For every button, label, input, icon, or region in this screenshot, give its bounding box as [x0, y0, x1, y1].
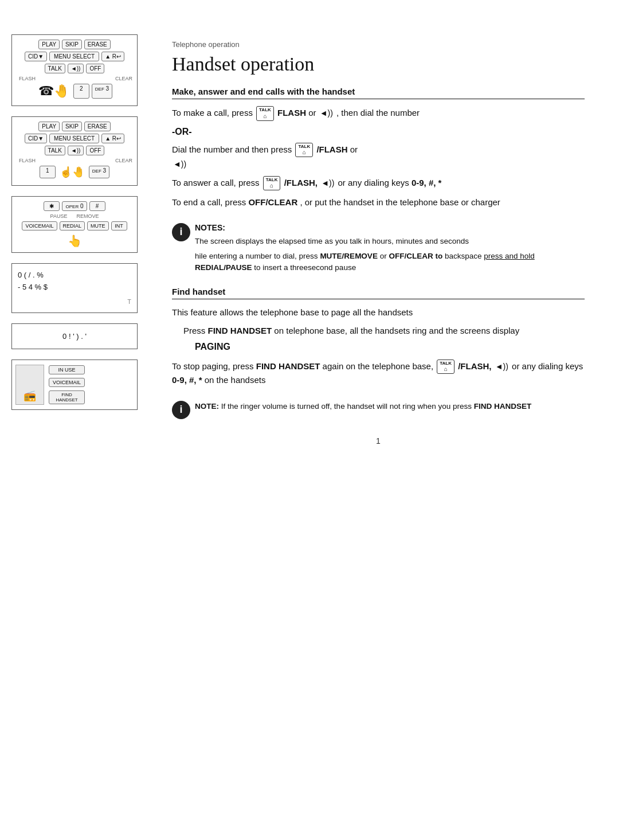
base-buttons: IN USE VOICEMAIL FINDHANDSET [49, 365, 85, 405]
in-use-btn: IN USE [49, 365, 85, 374]
para-find-press: Press FIND HANDSET on telephone base, al… [183, 325, 585, 354]
para-find-intro: This feature allows the telephone base t… [172, 306, 585, 319]
para-make-call: To make a call, press TALK ⌂ FLASH or ◄)… [172, 106, 585, 121]
cid-key-2: CID▼ [25, 134, 47, 143]
section-header-2: Find handset [172, 287, 585, 299]
mute-key: MUTE [87, 221, 109, 230]
stop-paging-post2: or any dialing keys [512, 361, 583, 370]
base-station-diagram: 📻 IN USE VOICEMAIL FINDHANDSET [11, 360, 138, 410]
note2-full: NOTE: If the ringer volume is turned off… [195, 401, 585, 412]
cid-key: CID▼ [25, 52, 47, 61]
text-box-1: 0 ( / . % - 5 4 % $ T [11, 263, 138, 313]
flash-label-inline-4: /FLASH, [458, 361, 491, 370]
speaker-key-2: ◄)) [68, 146, 84, 155]
dialing-keys-1: 0-9, #, * [412, 177, 442, 187]
end-call-text: To end a call, press [172, 197, 248, 207]
page-number: 1 [172, 436, 585, 446]
dialing-keys-2: 0-9, #, * [172, 375, 202, 385]
para-end-call: To end a call, press OFF/CLEAR , or put … [172, 196, 585, 209]
play-key-2: PLAY [38, 122, 60, 131]
hand-icon-1: ☎🤚 [37, 84, 71, 99]
text-box-2-content: 0 ! ' ) . ' [20, 332, 129, 341]
notes-title-1: NOTES: [195, 223, 585, 232]
talk-flash-badge-1: TALK ⌂ [256, 106, 274, 121]
notes-box-1: i NOTES: The screen displays the elapsed… [172, 223, 585, 278]
voicemail-key: VOICEMAIL [22, 221, 57, 230]
or-any-text: or any dialing keys [338, 177, 412, 187]
notes-content-2: NOTE: If the ringer volume is turned off… [195, 401, 585, 416]
or-divider: -OR- [172, 127, 585, 137]
off-key-1: OFF [86, 64, 104, 73]
menu-select-key-2: MENU SELECT [49, 134, 99, 143]
end-call-post: , or put the handset in the telephone ba… [300, 197, 500, 207]
flash-label-inline-3: /FLASH, [284, 177, 318, 187]
talk-flash-badge-4: TALK ⌂ [437, 360, 455, 374]
talk-key-1: TALK [45, 64, 65, 73]
note-2-text: hile entering a number to dial, press MU… [195, 251, 585, 274]
find-handset-key-3: FIND HANDSET [474, 402, 532, 411]
note-1-text: The screen displays the elapsed time as … [195, 236, 585, 247]
para-stop-paging: To stop paging, press FIND HANDSET again… [172, 360, 585, 387]
right-column: Telephone operation Handset operation Ma… [149, 23, 619, 817]
info-icon-2: i [172, 401, 190, 419]
section-make-calls: Make, answer and end calls with the hand… [172, 87, 585, 209]
phone-diagram-1: PLAY SKIP ERASE CID▼ MENU SELECT ▲ R↩ TA… [11, 34, 138, 106]
skip-key-2: SKIP [62, 122, 82, 131]
ar-key-2: ▲ R↩ [101, 134, 124, 143]
flash-label-2: FLASH [19, 158, 36, 163]
note2-body: If the ringer volume is turned off, the … [221, 402, 472, 411]
text-box-1-label: T [18, 297, 131, 307]
text-box-1-line2: - 5 4 % $ [18, 282, 131, 294]
phone-diagram-3: ✱ OPER 0 # PAUSE REMOVE VOICEMAIL REDIAL… [11, 196, 138, 253]
text-box-2: 0 ! ' ) . ' [11, 323, 138, 349]
menu-select-key: MENU SELECT [49, 52, 99, 61]
or-text-1: or [308, 108, 319, 118]
remove-label: REMOVE [76, 213, 99, 219]
left-column: PLAY SKIP ERASE CID▼ MENU SELECT ▲ R↩ TA… [0, 23, 149, 817]
note-label: NOTE: [195, 402, 219, 411]
off-clear-key: OFF/CLEAR [248, 197, 297, 207]
erase-key-2: ERASE [84, 122, 111, 131]
info-icon-1: i [172, 223, 190, 241]
section-header-1: Make, answer and end calls with the hand… [172, 87, 585, 99]
ar-key: ▲ R↩ [101, 52, 124, 61]
star-key: ✱ [44, 201, 60, 211]
press-text: Press [183, 326, 208, 335]
text-box-1-line1: 0 ( / . % [18, 269, 131, 282]
speaker-inline-3: ◄)) [321, 177, 334, 189]
zero-key: OPER 0 [62, 201, 87, 211]
breadcrumb: Telephone operation [172, 40, 585, 49]
int-key: INT [111, 221, 127, 230]
talk-flash-badge-2: TALK ⌂ [295, 143, 313, 158]
note2-post: to insert a threesecond pause [254, 263, 356, 272]
speaker-inline-2: ◄)) [173, 158, 186, 170]
clear-label-2: CLEAR [115, 158, 132, 163]
flash-label-inline-1: FLASH [277, 108, 306, 118]
para-make-call-text: To make a call, press [172, 108, 255, 118]
two-key: 2 [73, 84, 89, 99]
find-handset-btn: FINDHANDSET [49, 390, 85, 404]
hand-icon-2: ☝🤚 [58, 166, 87, 178]
hand-icon-3: 👆 [17, 234, 132, 248]
three-key-2: DEF 3 [89, 166, 109, 178]
speaker-inline-1: ◄)) [320, 107, 333, 119]
section-find-handset: Find handset This feature allows the tel… [172, 287, 585, 387]
stop-paging-text: To stop paging, press [172, 361, 256, 370]
flash-label-inline-2: /FLASH [316, 144, 347, 154]
talk-flash-badge-3: TALK ⌂ [263, 176, 281, 191]
mute-remove-key: MUTE/REMOVE [320, 252, 378, 260]
paging-text: PAGING [195, 340, 585, 354]
para-answer-call: To answer a call, press TALK ⌂ /FLASH, ◄… [172, 176, 585, 191]
dial-first-text: Dial the number and then press [172, 144, 294, 154]
find-handset-key-1: FIND HANDSET [208, 326, 272, 335]
play-key: PLAY [38, 40, 60, 49]
off-key-2: OFF [86, 146, 104, 155]
speaker-key-1: ◄)) [68, 64, 84, 73]
one-key: 1 [40, 166, 56, 178]
answer-text: To answer a call, press [172, 177, 262, 187]
notes-content-1: NOTES: The screen displays the elapsed t… [195, 223, 585, 278]
three-key-1: DEF 3 [92, 84, 112, 99]
then-dial-text: , then dial the number [336, 108, 420, 118]
pause-label: PAUSE [50, 213, 68, 219]
erase-key: ERASE [84, 40, 111, 49]
